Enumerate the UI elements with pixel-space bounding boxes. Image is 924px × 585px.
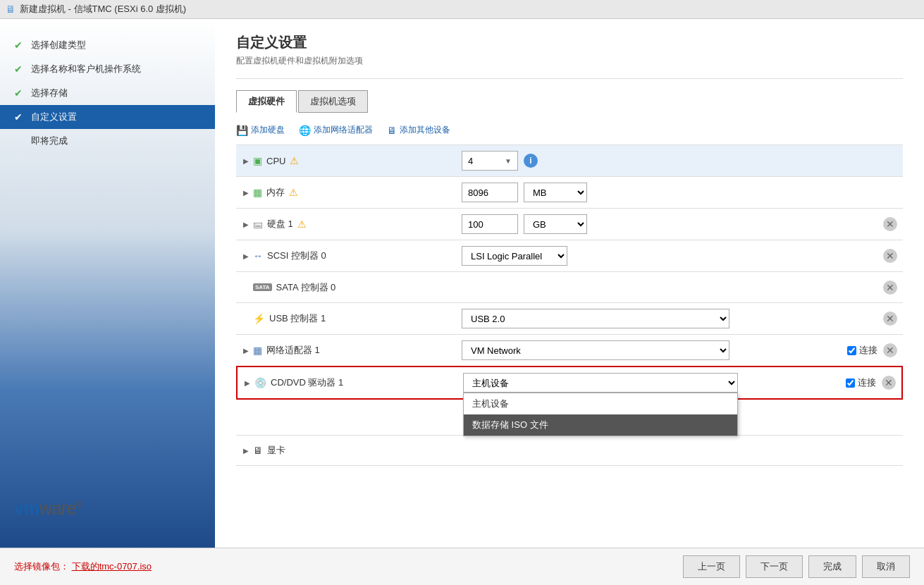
logo-ware: ware	[39, 498, 76, 519]
cddvd-source-select[interactable]: 主机设备 数据存储 ISO 文件	[463, 373, 738, 393]
memory-expand-arrow[interactable]: ▶	[243, 189, 249, 197]
usb-type-select[interactable]: USB 2.0 USB 3.0	[462, 309, 729, 328]
network-expand-arrow[interactable]: ▶	[243, 347, 249, 355]
cddvd-icon: 💿	[254, 377, 266, 388]
sidebar-item-step3[interactable]: ✔ 选择存储	[0, 81, 215, 105]
check-icon-1: ✔	[14, 39, 25, 51]
disk1-label-cell: ▶ 🖴 硬盘 1 ⚠	[236, 212, 462, 236]
cddvd-label-text: CD/DVD 驱动器 1	[271, 376, 343, 389]
cpu-row: ▶ ▣ CPU ⚠ 4 ▼ i	[236, 144, 903, 176]
add-disk-icon: 💾	[236, 125, 248, 136]
window-title: 新建虚拟机 - 信域TMC (ESXi 6.0 虚拟机)	[20, 3, 186, 16]
window-icon: 🖥	[6, 4, 16, 15]
next-button[interactable]: 下一页	[746, 555, 803, 578]
network-type-select[interactable]: VM Network	[462, 340, 729, 360]
cddvd-option-host[interactable]: 主机设备	[464, 393, 737, 414]
cddvd-label-cell: ▶ 💿 CD/DVD 驱动器 1	[238, 371, 463, 395]
cddvd-remove-button[interactable]: ✕	[882, 376, 896, 390]
cpu-value-select[interactable]: 4 ▼	[462, 151, 518, 171]
display-label-cell: ▶ 🖥 显卡	[236, 438, 462, 462]
network-row-end: 连接 ✕	[847, 343, 903, 357]
hint-prefix: 选择镜像包：	[14, 561, 69, 572]
cddvd-option-datastore[interactable]: 数据存储 ISO 文件	[464, 414, 737, 436]
sidebar-item-step2[interactable]: ✔ 选择名称和客户机操作系统	[0, 57, 215, 81]
memory-controls: MB GB	[462, 177, 903, 208]
display-expand-arrow[interactable]: ▶	[243, 447, 249, 455]
disk1-warning-icon: ⚠	[297, 218, 307, 230]
cddvd-row: ▶ 💿 CD/DVD 驱动器 1 主机设备 数据存储 ISO 文件 主机设备 数…	[236, 366, 903, 400]
memory-icon: ▦	[253, 187, 262, 198]
page-subtitle: 配置虚拟机硬件和虚拟机附加选项	[236, 55, 903, 67]
sata-controls	[462, 282, 883, 293]
cpu-icon: ▣	[253, 155, 262, 166]
sidebar-item-step4[interactable]: ✔ 自定义设置	[0, 105, 215, 129]
network-row: ▶ ▦ 网络适配器 1 VM Network 连接 ✕	[236, 334, 903, 366]
disk1-expand-arrow[interactable]: ▶	[243, 221, 249, 228]
step-num-5	[14, 136, 25, 147]
usb-label-cell: ▶ ⚡ USB 控制器 1	[236, 307, 462, 331]
add-other-label: 添加其他设备	[400, 124, 450, 136]
cpu-controls: 4 ▼ i	[462, 145, 903, 176]
check-icon-3: ✔	[14, 87, 25, 99]
title-bar: 🖥 新建虚拟机 - 信域TMC (ESXi 6.0 虚拟机)	[0, 0, 924, 19]
bottom-hint: 选择镜像包： 下载的tmc-0707.iso	[14, 560, 152, 573]
scsi-label-text: SCSI 控制器 0	[267, 250, 326, 262]
scsi-expand-arrow[interactable]: ▶	[243, 252, 249, 260]
add-network-button[interactable]: 🌐 添加网络适配器	[299, 124, 373, 136]
sidebar-item-label-5: 即将完成	[31, 135, 68, 147]
memory-row: ▶ ▦ 内存 ⚠ MB GB	[236, 176, 903, 208]
cddvd-connect-checkbox[interactable]	[846, 378, 855, 388]
cddvd-controls: 主机设备 数据存储 ISO 文件 主机设备 数据存储 ISO 文件	[463, 367, 846, 398]
content-area: 自定义设置 配置虚拟机硬件和虚拟机附加选项 虚拟硬件 虚拟机选项 💾 添加硬盘 …	[215, 19, 924, 548]
scsi-controls: LSI Logic Parallel LSI Logic SAS VMware …	[462, 240, 883, 271]
disk1-row-end: ✕	[883, 217, 903, 231]
scsi-label-cell: ▶ ↔ SCSI 控制器 0	[236, 244, 462, 268]
memory-input[interactable]	[462, 183, 518, 202]
tab-options[interactable]: 虚拟机选项	[298, 90, 368, 113]
disk1-label-text: 硬盘 1	[267, 218, 293, 230]
cpu-info-icon[interactable]: i	[524, 154, 538, 168]
network-connect-text: 连接	[859, 344, 877, 357]
cpu-warning-icon: ⚠	[290, 155, 299, 166]
sidebar: ✔ 选择创建类型 ✔ 选择名称和客户机操作系统 ✔ 选择存储 ✔ 自定义设置 即…	[0, 19, 215, 548]
tab-hardware[interactable]: 虚拟硬件	[236, 90, 297, 113]
add-other-button[interactable]: 🖥 添加其他设备	[387, 124, 450, 136]
hint-link[interactable]: 下载的tmc-0707.iso	[72, 561, 152, 572]
network-controls: VM Network	[462, 335, 847, 366]
finish-button[interactable]: 完成	[808, 555, 856, 578]
network-remove-button[interactable]: ✕	[883, 343, 897, 357]
sidebar-item-step1[interactable]: ✔ 选择创建类型	[0, 33, 215, 57]
scsi-remove-button[interactable]: ✕	[883, 249, 897, 263]
sata-remove-button[interactable]: ✕	[883, 281, 897, 295]
usb-remove-button[interactable]: ✕	[883, 312, 897, 326]
memory-warning-icon: ⚠	[289, 187, 298, 198]
display-icon: 🖥	[253, 445, 263, 456]
cancel-button[interactable]: 取消	[862, 555, 910, 578]
cddvd-expand-arrow[interactable]: ▶	[245, 379, 250, 387]
disk1-row: ▶ 🖴 硬盘 1 ⚠ GB MB ✕	[236, 208, 903, 240]
toolbar: 💾 添加硬盘 🌐 添加网络适配器 🖥 添加其他设备	[236, 124, 903, 136]
network-icon: ▦	[253, 345, 262, 356]
cddvd-select-wrapper: 主机设备 数据存储 ISO 文件 主机设备 数据存储 ISO 文件	[463, 373, 738, 393]
sata-row-end: ✕	[883, 281, 903, 295]
cpu-label-text: CPU	[266, 156, 285, 166]
add-disk-button[interactable]: 💾 添加硬盘	[236, 124, 285, 136]
usb-row-end: ✕	[883, 312, 903, 326]
disk1-icon: 🖴	[253, 218, 263, 230]
scsi-type-select[interactable]: LSI Logic Parallel LSI Logic SAS VMware …	[462, 246, 567, 266]
bottom-buttons: 上一页 下一页 完成 取消	[683, 555, 910, 578]
network-connect-checkbox[interactable]	[847, 346, 856, 355]
cpu-expand-arrow[interactable]: ▶	[243, 157, 249, 165]
disk1-remove-button[interactable]: ✕	[883, 217, 897, 231]
sidebar-item-step5[interactable]: 即将完成	[0, 129, 215, 153]
disk1-input[interactable]	[462, 214, 518, 234]
prev-button[interactable]: 上一页	[683, 555, 740, 578]
divider	[236, 78, 903, 79]
check-icon-4: ✔	[14, 111, 25, 123]
add-disk-label: 添加硬盘	[251, 124, 285, 136]
memory-unit-select[interactable]: MB GB	[524, 183, 587, 202]
disk1-unit-select[interactable]: GB MB	[524, 214, 587, 234]
page-title: 自定义设置	[236, 33, 903, 52]
sidebar-item-label-2: 选择名称和客户机操作系统	[31, 63, 141, 75]
add-network-icon: 🌐	[299, 125, 311, 136]
